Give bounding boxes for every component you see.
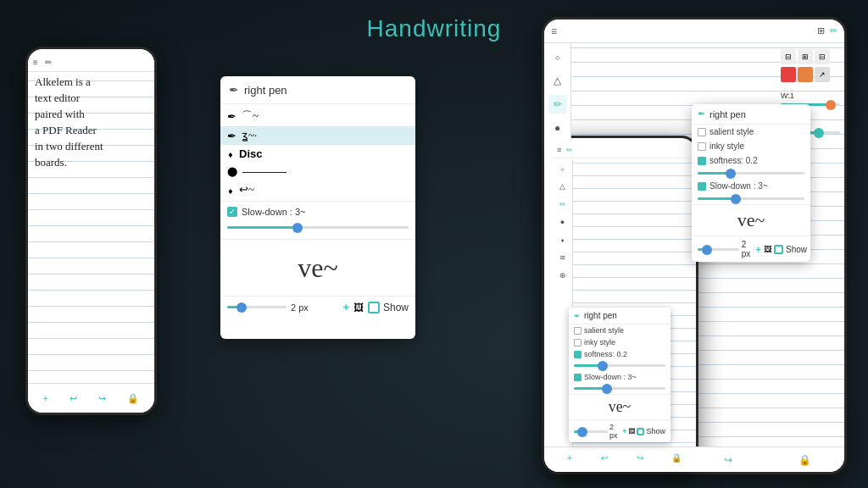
rp-show-checkbox[interactable] [774,245,783,254]
rp-px-section: 2 px [698,240,756,258]
show-checkbox-row[interactable]: Show [368,302,409,313]
sp-salient-cb[interactable] [574,327,581,335]
tablet-redo-icon[interactable]: ↪ [724,454,732,466]
rp-slowdown-label: Slow-down : 3~ [709,181,768,191]
sp-softness-slider[interactable] [569,360,670,371]
s-lock-icon[interactable]: 🔒 [671,453,682,463]
pen-list: ✒ ⌒~ ✒ ʓ~· ⬧ Disc ⬤ ———— [220,104,415,201]
pen-icon[interactable]: ✏ [45,58,52,67]
sp-inky-cb[interactable] [574,339,581,347]
pen-item-1[interactable]: ✒ ⌒~ [220,106,415,126]
tablet-pen-icon[interactable]: ✏ [830,25,837,36]
softness-checkbox[interactable] [698,157,706,165]
pen-item-3[interactable]: ⬧ Disc [220,145,415,163]
s-eraser-icon[interactable]: ⬧ [556,233,570,247]
pen-item-2[interactable]: ✒ ʓ~· [220,126,415,145]
pen-header-icon: ✒ [229,83,239,97]
undo-icon[interactable]: ↩ [70,393,77,404]
pen-stroke-1: ⌒~ [242,108,259,124]
rp-show-section[interactable]: + 🖼 Show [756,244,807,254]
sp-slowdown-label: Slow-down : 3~ [584,373,637,381]
s-redo-icon[interactable]: ↪ [637,453,643,463]
add-button[interactable]: + [342,301,349,313]
add-icon[interactable]: + [43,393,48,403]
s-undo-icon[interactable]: ↩ [601,453,608,463]
footer-left: 2 px [227,302,309,313]
pen-icon-5: ⬧ [227,184,234,197]
side-pen-icon[interactable]: ✏ [548,95,567,114]
redo-icon[interactable]: ↪ [98,393,106,404]
phone-handwriting: ≡ ✏ Alkelem is atext editorpaired witha … [25,47,157,415]
sp-frame-icon[interactable]: 🖼 [628,428,635,435]
color-icon-3[interactable]: ↗ [815,67,830,82]
tablet-grid-icon[interactable]: ⊞ [817,25,825,36]
s-pattern-icon[interactable]: ≋ [556,251,570,264]
slowdown-checkbox[interactable]: ✓ [227,207,237,217]
s-move-icon[interactable]: ⬦ [556,162,570,175]
pen-item-5[interactable]: ⬧ ↩~ [220,180,415,199]
rp-px-label: 2 px [742,240,756,258]
sp-add-btn[interactable]: + [622,427,626,435]
sp-salient-row: salient style [569,324,670,336]
small-pen-popup: ✒ right pen salient style inky style sof… [569,308,670,442]
sp-show-cb[interactable] [637,428,644,435]
side-shape-icon[interactable]: ● [548,119,567,137]
sp-slowdown-slider[interactable] [569,383,670,394]
rp-pen-icon: ✒ [698,108,705,119]
slowdown-checkbox-row: ✓ Slow-down : 3~ [227,207,409,217]
pen-stroke-2: ʓ~· [242,129,257,142]
rp-footer: 2 px + 🖼 Show [692,236,810,262]
tablet-lock-icon[interactable]: 🔒 [798,454,811,466]
inky-label: inky style [709,141,744,151]
grid-icon-3[interactable]: ⊟ [815,49,830,64]
softness-slider[interactable] [692,168,810,179]
sp-preview: ve~ [569,394,670,419]
pen-stroke-3: Disc [239,147,262,160]
salient-checkbox[interactable] [698,128,706,136]
right-popup-header: ✒ right pen [692,104,810,125]
grid-icon-2[interactable]: ⊞ [798,49,813,64]
pen-stroke-5: ↩~ [239,183,254,197]
color-icon-2[interactable] [798,67,813,82]
frame-icon[interactable]: 🖼 [353,302,364,313]
pen-item-4[interactable]: ⬤ ———— [220,163,415,180]
sp-px-section: 2 px [574,423,622,440]
page-title: Handwriting [367,15,502,42]
pen-icon-1: ✒ [227,110,236,123]
sp-salient-label: salient style [584,326,624,335]
sp-px-slider[interactable] [574,430,608,433]
pen-popup: ✒ right pen ✒ ⌒~ ✒ ʓ~· ⬧ Disc [220,76,415,339]
px-slider[interactable] [227,306,287,308]
tablet-toolbar: ≡ ⊞ ✏ [544,19,844,43]
show-checkbox[interactable] [368,302,380,313]
rp-frame-icon[interactable]: 🖼 [764,245,771,253]
side-move-icon[interactable]: ⬦ [548,47,567,66]
lock-icon[interactable]: 🔒 [127,393,139,404]
inky-checkbox[interactable] [698,142,706,151]
slowdown-slider[interactable] [227,221,409,234]
rp-slowdown-slider[interactable] [692,193,810,204]
tablet-menu-icon[interactable]: ≡ [551,25,557,37]
grid-icon-1[interactable]: ⊟ [781,49,796,64]
grid-icons-row: ⊟ ⊞ ⊟ [781,49,840,64]
s-shape-icon[interactable]: ● [556,215,570,229]
rp-slowdown-checkbox[interactable] [698,182,706,191]
s-select-icon[interactable]: ⊕ [556,269,570,282]
sp-softness-cb[interactable] [574,351,581,358]
s-text-icon[interactable]: △ [556,180,570,193]
side-text-icon[interactable]: △ [548,71,567,90]
sp-slowdown-cb[interactable] [574,374,581,381]
s-pen-icon[interactable]: ✏ [556,197,570,211]
salient-row: salient style [692,125,810,139]
color-icon-1[interactable] [781,67,796,82]
sp-show-section: + 🖼 Show [622,427,665,435]
preview-text: ve~ [298,252,338,284]
menu-icon[interactable]: ≡ [33,58,38,67]
small-pen-icon[interactable]: ✏ [566,146,573,154]
rp-px-slider[interactable] [698,248,739,251]
small-phone-toolbar: ≡ ✏ [553,141,696,158]
small-menu-icon[interactable]: ≡ [557,146,561,154]
s-add-icon[interactable]: + [567,452,572,463]
rp-add-button[interactable]: + [756,244,761,254]
sp-px-label: 2 px [609,423,622,440]
